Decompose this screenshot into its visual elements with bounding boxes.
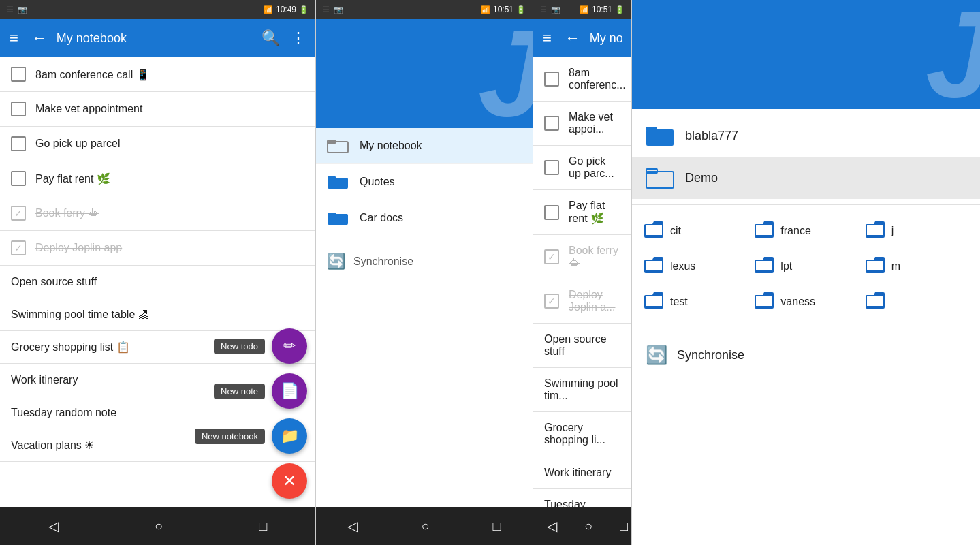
fab-todo-label: New todo [214,339,265,354]
drawer-item-car-docs[interactable]: Car docs [316,200,533,236]
panel-tags-folders: J blabla777 [631,0,980,545]
checkbox-2[interactable] [11,102,26,116]
note-text-1: 8am conference call 📱 [35,68,150,81]
checkbox-5[interactable] [11,206,26,221]
tag-m[interactable]: m [864,254,969,279]
nav-recents-2[interactable]: □ [479,513,514,540]
note-item-7[interactable]: Open source stuff [533,324,631,368]
fab-notebook-icon: 📁 [281,427,299,445]
app-logo-4: J [926,0,980,109]
tag-icon-lpt [753,254,775,279]
checkbox-1[interactable] [11,67,26,82]
note-item-8[interactable]: Swimming pool tim... [533,368,631,412]
app-bar-1: ≡ ← My notebook 🔍 ⋮ [0,19,315,57]
drawer-header: J [316,19,533,128]
fab-new-todo[interactable]: ✏ [272,328,307,364]
tag-extra[interactable] [864,290,969,314]
fab-new-notebook[interactable]: 📁 [272,418,307,454]
folder-blabla777[interactable]: blabla777 [632,114,980,157]
tag-j[interactable]: j [864,219,969,243]
tag-france[interactable]: france [753,219,858,243]
nav-home-3[interactable]: ○ [571,513,606,540]
panel-partial-list: ☰ 📷 📶 10:51 🔋 ≡ ← My no 8am conferenc...… [533,0,631,545]
tag-lpt[interactable]: lpt [753,254,858,279]
checkbox-2[interactable] [544,116,559,131]
nav-back-1[interactable]: ◁ [35,512,72,540]
checkbox-6[interactable] [11,240,26,255]
checkbox-6[interactable] [544,294,559,309]
note-item-10[interactable]: Work itinerary [533,456,631,489]
tag-lexus[interactable]: lexus [643,254,748,279]
menu-icon-3[interactable]: ≡ [539,25,556,51]
tag-cit[interactable]: cit [643,219,748,243]
note-item-3[interactable]: Go pick up parcel [0,127,315,161]
tag-vaness[interactable]: vaness [753,290,858,314]
note-item-7[interactable]: Open source stuff [0,266,315,298]
note-item-11[interactable]: Tuesday random no... [533,489,631,507]
nav-home-2[interactable]: ○ [407,513,443,540]
fab-close[interactable]: ✕ [272,463,307,499]
folder-demo[interactable]: Demo [632,157,980,199]
nav-back-2[interactable]: ◁ [334,512,371,540]
tag-test[interactable]: test [643,290,748,314]
note-item-4[interactable]: Pay flat rent 🌿 [0,161,315,196]
tag-j-label: j [891,225,894,237]
checkbox-3[interactable] [544,160,559,175]
note-item-9[interactable]: Grocery shopping li... [533,412,631,456]
fab-new-note[interactable]: 📄 [272,373,307,409]
drawer-sync[interactable]: 🔄 Synchronise [316,242,533,281]
note-item-3[interactable]: Go pick up parc... [533,146,631,190]
checkbox-4[interactable] [11,171,26,186]
note-item-2[interactable]: Make vet appointment [0,92,315,127]
nav-recents-3[interactable]: □ [606,513,631,540]
status-bar-3: ☰ 📷 📶 10:51 🔋 [533,0,631,19]
note-text-2: Make vet appoi... [569,111,620,136]
menu-icon[interactable]: ≡ [5,25,22,51]
note-item-6[interactable]: Deploy Joplin a... [533,279,631,324]
status-bar-2: ☰ 📷 📶 10:51 🔋 [316,0,533,19]
svg-rect-4 [328,214,348,225]
note-item-2[interactable]: Make vet appoi... [533,102,631,146]
more-icon[interactable]: ⋮ [287,25,310,51]
nav-back-3[interactable]: ◁ [533,512,571,540]
checkbox-4[interactable] [544,205,559,220]
status-icon-2a: ☰ [323,5,330,14]
folder-closed-icon-car [327,210,349,226]
back-icon-3[interactable]: ← [561,25,584,51]
status-battery-2: 🔋 [516,5,526,14]
fab-note-label: New note [214,384,265,399]
note-text-5: Book ferry ⛴ [35,207,99,219]
sync-label-4: Synchronise [677,348,744,362]
note-item-5[interactable]: Book ferry ⛴ [533,235,631,279]
checkbox-1[interactable] [544,72,559,87]
checkbox-3[interactable] [11,136,26,151]
note-text-7: Open source stuff [11,276,97,288]
folder-open-icon [327,138,349,154]
nav-recents-1[interactable]: □ [245,513,281,540]
tag-lexus-label: lexus [670,260,695,272]
fab-row-notebook: New notebook 📁 [195,418,307,454]
note-text-10: Work itinerary [11,374,78,386]
tag-icon-j [864,219,886,243]
nav-home-1[interactable]: ○ [141,513,176,540]
note-item-5[interactable]: Book ferry ⛴ [0,196,315,231]
tag-cit-label: cit [670,225,681,237]
note-item-6[interactable]: Deploy Joplin app [0,231,315,266]
svg-rect-5 [328,213,336,215]
drawer-item-quotes[interactable]: Quotes [316,164,533,200]
status-bar-1: ☰ 📷 📶 10:49 🔋 [0,0,315,19]
back-icon[interactable]: ← [28,25,51,51]
tag-icon-france [753,219,775,243]
note-text-10: Work itinerary [544,467,611,479]
checkbox-5[interactable] [544,249,559,264]
note-item-1[interactable]: 8am conferenc... [533,57,631,102]
note-item-8[interactable]: Swimming pool time table 🏖 [0,298,315,331]
note-text-8: Swimming pool time table 🏖 [11,309,149,321]
note-text-11: Tuesday random note [11,407,116,419]
drawer-item-my-notebook[interactable]: My notebook [316,128,533,164]
note-item-1[interactable]: 8am conference call 📱 [0,57,315,92]
drawer-my-notebook-label: My notebook [360,140,422,152]
search-icon[interactable]: 🔍 [257,25,284,51]
note-item-4[interactable]: Pay flat rent 🌿 [533,190,631,235]
sync-row[interactable]: 🔄 Synchronise [632,334,980,377]
